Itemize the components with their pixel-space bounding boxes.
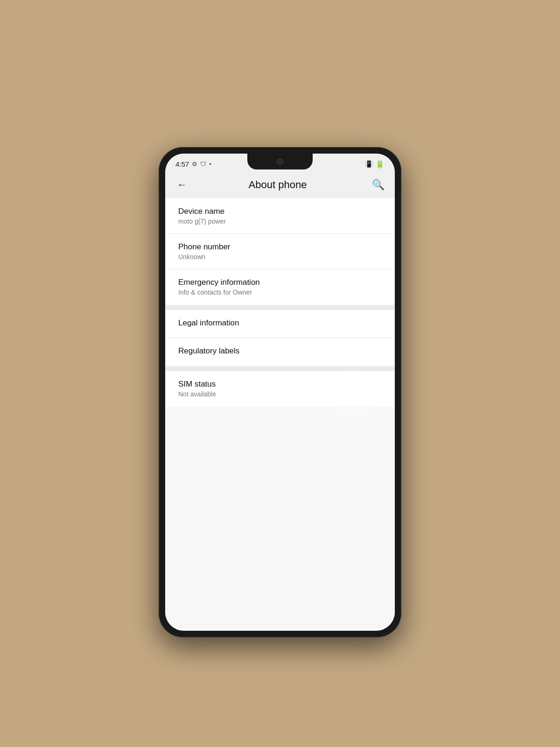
regulatory-labels-item[interactable]: Regulatory labels xyxy=(165,338,395,366)
status-left: 4:57 ⚙ 🛡 • xyxy=(175,160,211,168)
sim-status-item[interactable]: SIM status Not available xyxy=(165,371,395,406)
front-camera xyxy=(277,158,283,165)
section-group-3: SIM status Not available xyxy=(165,371,395,406)
emergency-info-item[interactable]: Emergency information Info & contacts fo… xyxy=(165,269,395,304)
section-group-1: Device name moto g(7) power Phone number… xyxy=(165,198,395,304)
back-button[interactable]: ← xyxy=(173,176,191,194)
app-bar: ← About phone 🔍 xyxy=(165,171,395,198)
shield-icon: 🛡 xyxy=(200,161,206,168)
dot-icon: • xyxy=(209,161,211,168)
phone-screen: 4:57 ⚙ 🛡 • 📳 🔋 ← About phone 🔍 xyxy=(165,154,395,631)
emergency-info-subtitle: Info & contacts for Owner xyxy=(178,289,382,296)
regulatory-labels-title: Regulatory labels xyxy=(178,346,382,356)
page-title: About phone xyxy=(191,179,364,191)
gear-icon: ⚙ xyxy=(192,161,197,168)
status-right: 📳 🔋 xyxy=(365,160,385,169)
search-icon: 🔍 xyxy=(372,179,385,191)
phone-number-item[interactable]: Phone number Unknown xyxy=(165,234,395,269)
phone-device: 4:57 ⚙ 🛡 • 📳 🔋 ← About phone 🔍 xyxy=(159,147,401,637)
divider-2 xyxy=(165,366,395,371)
device-name-item[interactable]: Device name moto g(7) power xyxy=(165,198,395,234)
divider-1 xyxy=(165,305,395,310)
back-arrow-icon: ← xyxy=(177,179,187,191)
settings-content: Device name moto g(7) power Phone number… xyxy=(165,198,395,631)
device-name-title: Device name xyxy=(178,207,382,216)
sim-status-title: SIM status xyxy=(178,380,382,389)
battery-icon: 🔋 xyxy=(375,160,385,169)
notch xyxy=(247,154,313,169)
status-time: 4:57 xyxy=(175,160,189,168)
emergency-info-title: Emergency information xyxy=(178,278,382,287)
legal-info-title: Legal information xyxy=(178,318,382,328)
legal-info-item[interactable]: Legal information xyxy=(165,310,395,338)
search-button[interactable]: 🔍 xyxy=(369,176,387,194)
sim-status-value: Not available xyxy=(178,390,382,398)
section-group-2: Legal information Regulatory labels xyxy=(165,310,395,366)
phone-number-title: Phone number xyxy=(178,242,382,252)
device-name-value: moto g(7) power xyxy=(178,218,382,225)
vibrate-icon: 📳 xyxy=(365,160,373,168)
phone-number-value: Unknown xyxy=(178,253,382,261)
